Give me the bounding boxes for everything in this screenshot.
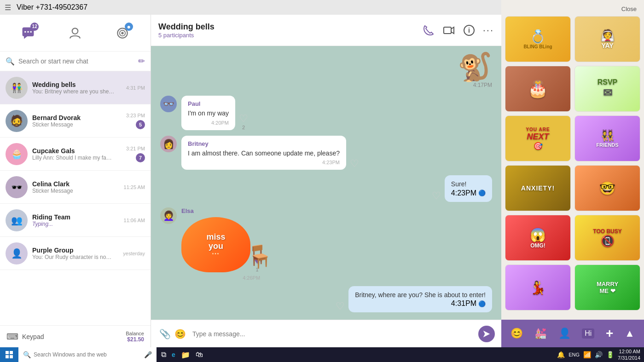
svg-marker-13 [483, 330, 490, 337]
balance-display: Balance $21.50 [126, 331, 144, 343]
store-icon[interactable]: 🛍 [196, 351, 203, 359]
message-input[interactable] [188, 330, 478, 338]
emoji-icon[interactable]: 😊 [174, 328, 186, 339]
svg-rect-9 [444, 27, 451, 34]
sticker-5[interactable]: YOU ARE NEXT 🎯 [505, 115, 571, 161]
avatar-cupcake: 🧁 [6, 143, 28, 165]
task-view-icon[interactable]: ⧉ [161, 351, 166, 359]
sticker-12[interactable]: MARRYME ❤ [574, 264, 640, 310]
sticker-tb-hi[interactable]: Hi [582, 328, 594, 339]
sidebar-tabs: 12 ● [0, 15, 151, 52]
sticker-3[interactable]: 🎂 [505, 66, 571, 112]
search-icon: 🔍 [6, 57, 15, 66]
heart-sure[interactable]: ♡ [432, 190, 441, 202]
taskbar-sys-tray: 🔔 ENG 📶 🔊 🔋 12:00 AM 7/31/2014 [553, 348, 644, 362]
chat-info-wedding-bells: Wedding bells You: Britney where are you… [32, 81, 126, 95]
sticker-panel-header: Close [505, 4, 640, 16]
miss-you-sticker: missyou ••• 🪑 [181, 217, 250, 272]
sticker-tb-wedding[interactable]: 💒 [534, 328, 547, 339]
message-sure: ♡ Sure! 4:23PM 🔵 [160, 175, 492, 202]
svg-rect-17 [10, 355, 13, 358]
chat-item-bernard[interactable]: 🧔 Bernard Dvorak Sticker Message 3:23 PM… [0, 104, 151, 138]
message-final: ♡ Britney, where are you? She is about t… [160, 286, 492, 313]
notification-icon[interactable]: 🔔 [557, 351, 565, 358]
titlebar: ☰ Viber +731-49502367 [0, 0, 501, 15]
chat-input-bar: 📎 😊 [151, 320, 501, 347]
sticker-tb-people[interactable]: 👤 [558, 328, 571, 339]
tab-messages[interactable]: 12 [17, 22, 40, 45]
svg-text:i: i [468, 27, 470, 34]
message-paul: 👓 Paul I'm on my way 4:20PM ♡ 2 [160, 96, 492, 130]
more-button[interactable]: ··· [483, 24, 494, 36]
volume-icon[interactable]: 🔊 [595, 351, 603, 358]
battery-icon[interactable]: 🔋 [606, 351, 614, 358]
avatar-britney: 👩 [160, 136, 177, 152]
keypad-button[interactable]: ⌨ Keypad [6, 332, 44, 342]
edge-icon[interactable]: e [172, 351, 175, 358]
sticker-panel: Close 💍 BLING BLing 👰 YAY 🎂 RSVP [501, 0, 644, 347]
svg-rect-14 [6, 351, 9, 354]
taskbar-search-bar[interactable]: 🔍 🎤 [18, 347, 157, 362]
participants-count: 5 participants [158, 32, 215, 39]
send-button[interactable] [478, 326, 495, 342]
sticker-1[interactable]: 💍 BLING BLing [505, 16, 571, 62]
chat-item-cupcake[interactable]: 🧁 Cupcake Gals Lilly Ann: Should I make … [0, 138, 151, 171]
avatar-celina: 🕶️ [6, 176, 28, 198]
sticker-7[interactable]: ANXIETY! [505, 165, 571, 211]
heart-final[interactable]: ♡ [336, 300, 345, 312]
microphone-icon[interactable]: 🎤 [144, 351, 152, 358]
svg-marker-1 [24, 36, 27, 39]
taskbar-search-input[interactable] [34, 351, 141, 358]
chat-item-riding[interactable]: 👥 Riding Team Typing... 11:06 AM [0, 204, 151, 237]
sidebar: 12 ● 🔍 ✏ 👫 Wedding bells You [0, 15, 151, 347]
sticker-add-button[interactable]: + [606, 326, 613, 341]
chat-item-wedding-bells[interactable]: 👫 Wedding bells You: Britney where are y… [0, 71, 151, 104]
compose-icon[interactable]: ✏ [138, 56, 145, 66]
svg-point-3 [27, 31, 29, 33]
wifi-icon[interactable]: 📶 [583, 351, 591, 358]
hamburger-menu[interactable]: ☰ [5, 3, 11, 12]
video-call-button[interactable] [442, 24, 455, 37]
chat-item-celina[interactable]: 🕶️ Celina Clark Sticker Message 11:25 AM [0, 171, 151, 204]
chat-header: Wedding bells 5 participants i [151, 15, 501, 46]
avatar-riding: 👥 [6, 209, 28, 231]
app-title: Viber +731-49502367 [17, 3, 87, 11]
heart-britney[interactable]: ♡ [350, 158, 359, 170]
sticker-scroll-up[interactable]: ▲ [625, 328, 635, 339]
svg-point-2 [24, 31, 26, 33]
chat-list: 👫 Wedding bells You: Britney where are y… [0, 71, 151, 325]
avatar-elsa: 👩‍🦱 [160, 207, 177, 224]
sticker-2[interactable]: 👰 YAY [574, 16, 640, 62]
sticker-6[interactable]: 👯 FRIENDS [574, 115, 640, 161]
message-elsa-sticker: 👩‍🦱 Elsa missyou ••• 🪑 ♥ [160, 207, 492, 281]
svg-point-5 [72, 28, 78, 34]
sticker-10[interactable]: TOO BUSY 📵 [574, 215, 640, 261]
info-button[interactable]: i [463, 24, 476, 37]
sticker-11[interactable]: 💃 [505, 264, 571, 310]
sticker-9[interactable]: 😱 OMG! [505, 215, 571, 261]
heart-paul[interactable]: ♡ [239, 113, 248, 125]
language-icon[interactable]: ENG [569, 352, 580, 357]
chat-title: Wedding bells [158, 22, 215, 32]
sticker-8[interactable]: 🤓 [574, 165, 640, 211]
sticker-tb-recent[interactable]: 😊 [511, 328, 523, 339]
sticker-grid: 💍 BLING BLing 👰 YAY 🎂 RSVP ✉ [505, 16, 640, 310]
svg-rect-16 [6, 355, 9, 358]
sticker-message-monkey: 🐒 4:17PM [160, 53, 492, 88]
message-britney: 👩 Britney I am almost there. Can someone… [160, 136, 492, 170]
taskbar: 🔍 🎤 ⧉ e 📁 🛍 🔔 ENG 📶 🔊 🔋 12:00 AM 7/31/20… [0, 347, 644, 362]
sticker-toolbar: 😊 💒 👤 Hi + ▲ [501, 320, 644, 347]
search-bar[interactable]: 🔍 ✏ [0, 52, 151, 71]
voice-call-button[interactable] [422, 24, 435, 37]
close-sticker-panel[interactable]: Close [621, 6, 637, 12]
search-input[interactable] [18, 57, 138, 65]
sticker-4[interactable]: RSVP ✉ [574, 66, 640, 112]
tab-contacts[interactable] [64, 22, 87, 45]
start-button[interactable] [0, 347, 18, 362]
attachment-icon[interactable]: 📎 [159, 328, 171, 339]
file-explorer-icon[interactable]: 📁 [181, 351, 190, 359]
messages-list: 🐒 4:17PM 👓 Paul I'm on my way 4:20PM ♡ 2 [151, 46, 501, 320]
chat-item-purple-group[interactable]: 👤 Purple Group You: Our Rudy character i… [0, 237, 151, 270]
tab-stories[interactable]: ● [111, 22, 134, 45]
keypad-bar[interactable]: ⌨ Keypad Balance $21.50 [0, 325, 151, 347]
